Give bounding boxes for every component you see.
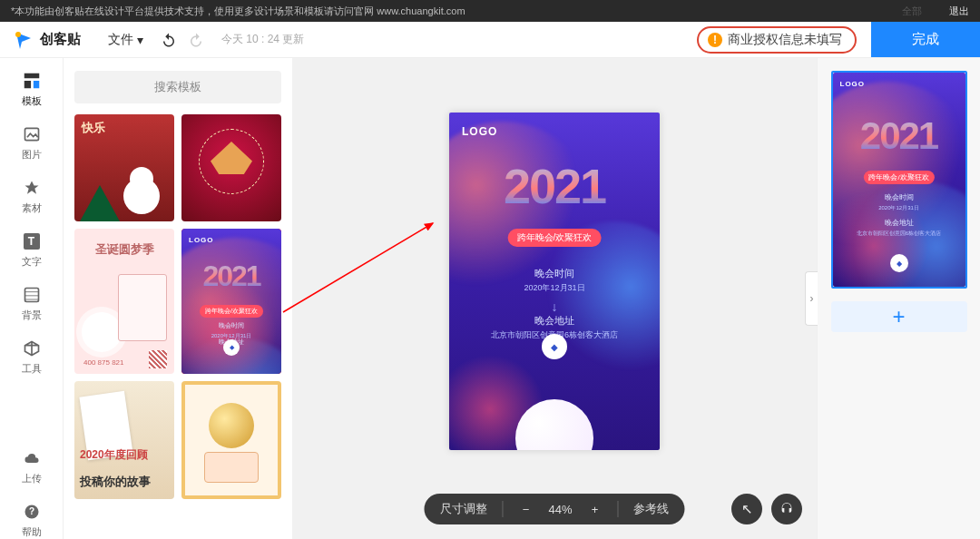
cube-icon <box>22 338 42 358</box>
tool-images[interactable]: 图片 <box>22 124 42 162</box>
app-header: 创客贴 文件 ▾ 今天 10 : 24 更新 ! 商业授权信息未填写 完成 <box>0 22 980 58</box>
upload-icon <box>22 448 42 468</box>
template-card-selected[interactable]: LOGO 2021 跨年晚会/欢聚狂欢 晚会时间2020年12月31日 晚会地址… <box>181 229 281 374</box>
alert-icon: ! <box>708 33 722 47</box>
tool-templates[interactable]: 模板 <box>22 71 42 108</box>
chevron-right-icon: › <box>810 292 814 305</box>
file-menu[interactable]: 文件 ▾ <box>108 32 143 48</box>
template-search-input[interactable]: 搜索模板 <box>74 71 281 103</box>
promo-banner: *本功能由创客贴在线设计平台提供技术支持，使用更多设计场景和模板请访问官网 ww… <box>0 0 980 22</box>
template-card[interactable] <box>181 381 281 499</box>
poster-year-text[interactable]: 2021 <box>449 158 660 214</box>
brand-icon <box>13 29 34 51</box>
zoom-toolbar: 尺寸调整 − 44% + 参考线 <box>424 494 684 524</box>
plus-icon: + <box>892 304 905 329</box>
tool-text[interactable]: T 文字 <box>22 231 42 269</box>
canvas-poster[interactable]: LOGO 2021 跨年晚会/欢聚狂欢 晚会时间 2020年12月31日 ↓ 晚… <box>449 113 660 450</box>
svg-rect-2 <box>24 81 30 88</box>
auth-warning-text: 商业授权信息未填写 <box>728 32 842 48</box>
arrow-upleft-icon: ↖ <box>741 501 753 517</box>
tool-background[interactable]: 背景 <box>22 285 42 322</box>
file-menu-label: 文件 <box>108 32 133 48</box>
finish-button[interactable]: 完成 <box>871 22 980 57</box>
template-card[interactable]: 圣诞圆梦季400 875 821 <box>74 229 174 374</box>
help-icon: ? <box>22 502 42 522</box>
undo-button[interactable] <box>160 31 178 49</box>
headset-icon <box>779 501 794 518</box>
svg-marker-5 <box>24 181 38 194</box>
canvas-float-buttons: ↖ <box>731 494 802 524</box>
tool-help[interactable]: ? 帮助 <box>22 502 42 539</box>
size-adjust-label[interactable]: 尺寸调整 <box>440 501 487 517</box>
brand-logo[interactable]: 创客贴 <box>13 29 81 51</box>
main-area: 模板 图片 素材 T 文字 背景 工具 上传 ? 帮助 <box>0 58 980 539</box>
zoom-percent[interactable]: 44% <box>548 503 572 516</box>
image-icon <box>22 124 42 144</box>
page-thumbnail[interactable]: LOGO 2021 跨年晚会/欢聚狂欢 晚会时间2020年12月31日 晚会地址… <box>831 71 967 289</box>
template-icon <box>22 71 42 91</box>
expand-panel-button[interactable]: › <box>805 271 818 326</box>
add-page-button[interactable]: + <box>831 301 967 332</box>
background-icon <box>22 285 42 305</box>
zoom-out-button[interactable]: − <box>517 503 534 516</box>
zoom-in-button[interactable]: + <box>587 503 603 516</box>
poster-ribbon-text[interactable]: 跨年晚会/欢聚狂欢 <box>508 229 602 247</box>
template-card[interactable] <box>181 114 281 221</box>
canvas-area[interactable]: LOGO 2021 跨年晚会/欢聚狂欢 晚会时间 2020年12月31日 ↓ 晚… <box>292 58 817 539</box>
svg-rect-1 <box>24 74 39 79</box>
last-saved-time: 今天 10 : 24 更新 <box>221 32 304 47</box>
template-grid: 快乐 圣诞圆梦季400 875 821 LOGO 2021 跨年晚会/欢聚狂欢 … <box>74 114 281 499</box>
down-arrow-icon: ↓ <box>552 299 558 314</box>
tool-upload[interactable]: 上传 <box>22 448 42 485</box>
poster-qr-badge[interactable]: ◆ <box>542 334 567 359</box>
asset-icon <box>22 178 42 198</box>
support-button[interactable] <box>771 494 802 524</box>
chevron-down-icon: ▾ <box>137 33 143 47</box>
svg-line-9 <box>283 223 433 312</box>
poster-time-section[interactable]: 晚会时间 2020年12月31日 <box>449 267 660 294</box>
tool-assets[interactable]: 素材 <box>22 178 42 215</box>
text-icon: T <box>22 231 42 251</box>
svg-text:?: ? <box>28 506 34 516</box>
template-card[interactable]: 2020年度回顾投稿你的故事 <box>74 381 174 499</box>
annotation-arrow <box>274 212 446 321</box>
promo-mid: 全部 <box>902 5 922 18</box>
svg-point-0 <box>15 32 21 37</box>
template-card[interactable]: 快乐 <box>74 114 174 221</box>
redo-button[interactable] <box>187 31 205 49</box>
poster-logo-text[interactable]: LOGO <box>462 125 497 138</box>
svg-rect-3 <box>33 81 38 88</box>
collapse-canvas-button[interactable]: ↖ <box>731 494 762 524</box>
search-placeholder: 搜索模板 <box>154 79 201 95</box>
left-tool-rail: 模板 图片 素材 T 文字 背景 工具 上传 ? 帮助 <box>0 58 64 539</box>
auth-warning-badge[interactable]: ! 商业授权信息未填写 <box>697 26 857 54</box>
tool-tools[interactable]: 工具 <box>22 338 42 376</box>
brand-name: 创客贴 <box>40 31 81 48</box>
page-rail: › LOGO 2021 跨年晚会/欢聚狂欢 晚会时间2020年12月31日 晚会… <box>817 58 980 539</box>
logout-link[interactable]: 退出 <box>949 5 969 18</box>
promo-text: *本功能由创客贴在线设计平台提供技术支持，使用更多设计场景和模板请访问官网 ww… <box>11 5 466 18</box>
guides-label[interactable]: 参考线 <box>633 501 669 517</box>
template-panel: 搜索模板 快乐 圣诞圆梦季400 875 821 LOGO 2021 跨年晚会/… <box>64 58 292 539</box>
